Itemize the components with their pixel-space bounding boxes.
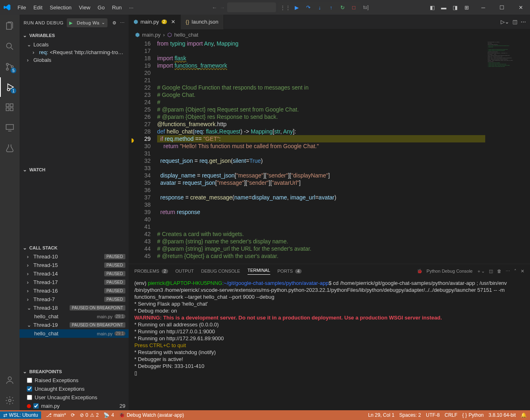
minimap[interactable]: from typing import Any, Mappingimport fl…	[485, 40, 530, 264]
panel-more-icon[interactable]: ⋯	[506, 269, 510, 274]
split-terminal-icon[interactable]: ◫	[489, 269, 493, 274]
restart-icon[interactable]: ↻	[338, 3, 347, 12]
drag-handle-icon[interactable]: ⋮⋮	[281, 3, 290, 12]
variables-section-header[interactable]: VARIABLES	[20, 31, 129, 40]
callstack-row[interactable]: ›Thread-7PAUSED	[20, 295, 129, 304]
nav-back-icon[interactable]: ←	[212, 4, 217, 11]
callstack-row[interactable]: ⌄Thread-19PAUSED ON BREAKPOINT	[20, 321, 129, 329]
tab-output[interactable]: OUTPUT	[175, 269, 194, 273]
run-debug-icon[interactable]: 1	[0, 77, 20, 97]
layout-primary-icon[interactable]: ◧	[427, 2, 437, 12]
bp-raised[interactable]: Raised Exceptions	[20, 376, 129, 385]
menu-file[interactable]: File	[14, 2, 29, 13]
callstack-row[interactable]: ⌄Thread-18PAUSED ON BREAKPOINT	[20, 304, 129, 312]
callstack-row[interactable]: hello_chatmain.py29:1	[20, 312, 129, 321]
tab-ports[interactable]: PORTS4	[278, 269, 302, 273]
start-debug-icon[interactable]: ▶	[67, 20, 74, 26]
status-sync[interactable]: ⟳	[71, 412, 75, 418]
callstack-row[interactable]: hello_chatmain.py29:1	[20, 329, 129, 338]
editor-tab[interactable]: ⬢main.py2✕	[129, 15, 181, 29]
debug-config-selector[interactable]: ▶ Debug Wa	[67, 18, 107, 27]
callstack-row[interactable]: ›Thread-10PAUSED	[20, 252, 129, 261]
status-ports[interactable]: 📡4	[103, 412, 114, 418]
menu-go[interactable]: Go	[94, 2, 108, 13]
tab-terminal[interactable]: TERMINAL	[247, 268, 270, 275]
callstack-row[interactable]: ›Thread-17PAUSED	[20, 278, 129, 287]
search-icon[interactable]	[0, 37, 20, 56]
minimize-button[interactable]: ─	[474, 0, 493, 15]
close-tab-icon[interactable]: ✕	[169, 19, 175, 25]
step-out-icon[interactable]: ↑	[326, 3, 335, 12]
command-center[interactable]	[227, 2, 276, 12]
locals-node[interactable]: ⌄Locals	[23, 41, 129, 48]
remote-explorer-icon[interactable]	[0, 118, 20, 138]
status-debug-target[interactable]: 🐞Debug Watch (avatar-app)	[119, 412, 184, 418]
continue-icon[interactable]: ▶	[292, 3, 301, 12]
breadcrumbs[interactable]: ⬢ main.py › ⬡ hello_chat	[129, 29, 530, 40]
run-file-icon[interactable]: ▷⌄	[501, 19, 509, 25]
close-window-button[interactable]: ✕	[511, 0, 530, 15]
callstack-row[interactable]: ›Thread-15PAUSED	[20, 261, 129, 269]
new-terminal-icon[interactable]: ＋⌄	[477, 268, 485, 274]
debug-settings-icon[interactable]: ⚙	[112, 20, 117, 26]
debug-badge: 1	[11, 88, 16, 94]
bp-file-checkbox[interactable]	[33, 403, 39, 409]
status-branch[interactable]: ⎇main*	[46, 412, 66, 418]
menu-···[interactable]: ···	[126, 2, 137, 13]
more-icon[interactable]: ⋯	[120, 20, 125, 26]
breakpoints-section-header[interactable]: BREAKPOINTS	[20, 367, 129, 376]
menu-run[interactable]: Run	[109, 2, 125, 13]
layout-panel-icon[interactable]: ▬	[439, 2, 449, 12]
status-notifications-icon[interactable]: 🔔	[521, 412, 527, 418]
menu-selection[interactable]: Selection	[46, 2, 74, 13]
testing-icon[interactable]	[0, 138, 20, 158]
status-python-version[interactable]: 3.8.10 64-bit	[488, 412, 516, 418]
layout-customize-icon[interactable]: ⊞	[462, 2, 471, 12]
tab-more-icon[interactable]: ⋯	[521, 19, 526, 25]
menu-view[interactable]: View	[76, 2, 94, 13]
maximize-panel-icon[interactable]: ˄	[514, 269, 517, 274]
status-eol[interactable]: CRLF	[445, 412, 457, 418]
layout-secondary-icon[interactable]: ◨	[450, 2, 460, 12]
extensions-icon[interactable]	[0, 98, 20, 117]
status-remote[interactable]: ⇄WSL: Ubuntu	[0, 411, 41, 419]
split-editor-icon[interactable]: ◫	[512, 19, 517, 25]
explorer-icon[interactable]	[0, 16, 20, 36]
tab-debug-console[interactable]: DEBUG CONSOLE	[201, 269, 240, 273]
menu-edit[interactable]: Edit	[30, 2, 46, 13]
bp-uncaught[interactable]: Uncaught Exceptions	[20, 385, 129, 393]
bp-raised-label: Raised Exceptions	[35, 377, 79, 383]
variable-req[interactable]: ›req: <Request 'http://charming-tro…	[23, 48, 129, 56]
scm-icon[interactable]: 5	[0, 57, 20, 77]
callstack-row[interactable]: ›Thread-16PAUSED	[20, 287, 129, 295]
step-over-icon[interactable]: ↷	[304, 3, 313, 12]
callstack-row[interactable]: ›Thread-14PAUSED	[20, 269, 129, 278]
status-problems[interactable]: ⊘0⚠2	[80, 412, 99, 418]
status-indent[interactable]: Spaces: 2	[399, 412, 421, 418]
account-icon[interactable]	[0, 370, 20, 390]
bp-user-uncaught[interactable]: User Uncaught Exceptions	[20, 393, 129, 402]
callstack-section-header[interactable]: CALL STACK	[20, 243, 129, 252]
status-language[interactable]: { }Python	[462, 412, 484, 418]
code-editor[interactable]: 1617181920212223242526272829◗30313233343…	[129, 40, 530, 264]
status-encoding[interactable]: UTF-8	[426, 412, 440, 418]
terminal-output[interactable]: (env) pierrick@LAPTOP-HKU5PNNG:~/git/goo…	[129, 278, 530, 410]
settings-gear-icon[interactable]	[0, 391, 20, 410]
bp-file-row[interactable]: main.py29	[20, 402, 129, 410]
kill-terminal-icon[interactable]: 🗑	[497, 269, 502, 273]
globals-node[interactable]: ›Globals	[23, 56, 129, 64]
bp-uncaught-checkbox[interactable]	[27, 386, 32, 392]
step-into-icon[interactable]: ↓	[315, 3, 324, 12]
editor-tab[interactable]: {}launch.json	[181, 15, 223, 29]
close-panel-icon[interactable]: ✕	[521, 269, 524, 274]
maximize-button[interactable]: ☐	[493, 0, 511, 15]
status-cursor-pos[interactable]: Ln 29, Col 1	[368, 412, 394, 418]
chevron-icon: ›	[27, 288, 32, 294]
terminal-profile[interactable]: Python Debug Console	[427, 269, 473, 273]
nav-fwd-icon[interactable]: →	[219, 4, 225, 11]
tab-problems[interactable]: PROBLEMS2	[134, 269, 168, 273]
bp-user-uncaught-checkbox[interactable]	[27, 395, 32, 400]
watch-section-header[interactable]: WATCH	[20, 165, 129, 174]
bp-raised-checkbox[interactable]	[27, 378, 32, 383]
stop-icon[interactable]: □	[349, 3, 358, 12]
